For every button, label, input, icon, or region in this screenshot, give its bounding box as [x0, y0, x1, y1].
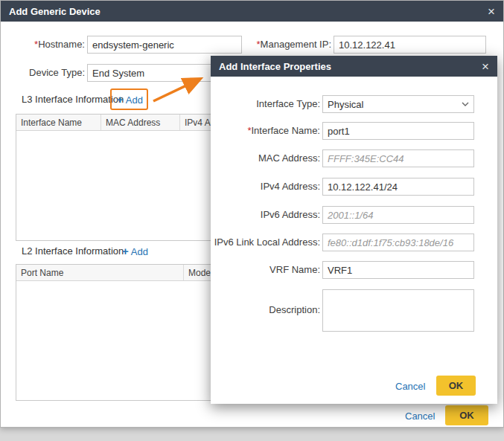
- l3-col-interface-name[interactable]: Interface Name: [16, 115, 101, 130]
- device-type-value: End System: [92, 68, 144, 79]
- screen: Add Generic Device × *Hostname: *Managem…: [0, 0, 504, 441]
- hostname-label-text: Hostname:: [38, 39, 85, 50]
- interface-ok-button[interactable]: OK: [436, 376, 476, 396]
- main-cancel-button[interactable]: Cancel: [405, 411, 435, 422]
- l2-section-title: L2 Interface Information: [22, 242, 124, 260]
- description-label-text: Description:: [269, 304, 320, 315]
- interface-type-value: Physical: [328, 99, 363, 110]
- device-type-label: Device Type:: [14, 64, 85, 82]
- interface-type-label: Interface Type:: [211, 95, 320, 113]
- hostname-input[interactable]: [87, 36, 242, 54]
- add-interface-properties-header[interactable]: Add Interface Properties ×: [211, 56, 497, 77]
- ipv6-address-input[interactable]: [322, 206, 474, 224]
- ipv6-link-local-label-text: IPv6 Link Local Address:: [214, 236, 320, 248]
- mac-address-input[interactable]: [322, 149, 474, 167]
- close-icon[interactable]: ×: [482, 60, 489, 73]
- interface-cancel-button[interactable]: Cancel: [395, 381, 425, 392]
- management-ip-label: *Management IP:: [249, 36, 331, 54]
- chevron-down-icon: [462, 102, 469, 106]
- interface-type-select[interactable]: Physical: [322, 95, 474, 113]
- management-ip-label-text: Management IP:: [261, 39, 331, 50]
- l3-section-title: L3 Interface Information: [22, 91, 124, 109]
- plus-icon: +: [122, 245, 129, 257]
- vrf-name-label-text: VRF Name:: [269, 264, 320, 275]
- mac-address-label-text: MAC Address:: [258, 152, 320, 164]
- ipv6-address-label-text: IPv6 Address:: [261, 209, 320, 220]
- interface-name-label-text: Interface Name:: [252, 125, 321, 136]
- annotation-highlight-box: [110, 88, 148, 110]
- hostname-label: *Hostname:: [14, 36, 85, 54]
- ipv4-address-label: IPv4 Address:: [211, 178, 320, 196]
- add-generic-device-header[interactable]: Add Generic Device ×: [1, 1, 503, 22]
- vrf-name-input[interactable]: [322, 261, 474, 279]
- description-label: Description:: [211, 301, 320, 319]
- ipv4-address-input[interactable]: [322, 178, 474, 196]
- interface-name-label: *Interface Name:: [211, 122, 320, 140]
- interface-name-input[interactable]: [322, 122, 474, 140]
- l2-add-label: Add: [131, 246, 148, 257]
- l3-col-mac-address[interactable]: MAC Address: [101, 115, 180, 130]
- main-ok-button[interactable]: OK: [445, 405, 488, 425]
- ipv6-address-label: IPv6 Address:: [211, 206, 320, 224]
- interface-type-label-text: Interface Type:: [256, 98, 320, 109]
- vrf-name-label: VRF Name:: [211, 261, 320, 279]
- add-interface-properties-dialog: Add Interface Properties × Interface Typ…: [211, 56, 497, 404]
- annotation-arrow-icon: [148, 69, 214, 108]
- ipv6-link-local-input[interactable]: [322, 234, 474, 251]
- management-ip-input[interactable]: [334, 36, 486, 54]
- description-textarea[interactable]: [322, 289, 474, 332]
- l2-add-button[interactable]: +Add: [122, 242, 148, 261]
- mac-address-label: MAC Address:: [211, 149, 320, 167]
- ipv6-link-local-label: IPv6 Link Local Address:: [211, 234, 320, 251]
- device-type-label-text: Device Type:: [29, 67, 85, 78]
- ipv4-address-label-text: IPv4 Address:: [261, 181, 320, 192]
- dialog-title: Add Generic Device: [9, 6, 488, 17]
- close-icon[interactable]: ×: [488, 5, 495, 18]
- dialog-title: Add Interface Properties: [219, 61, 482, 72]
- l2-col-port-name[interactable]: Port Name: [16, 265, 184, 280]
